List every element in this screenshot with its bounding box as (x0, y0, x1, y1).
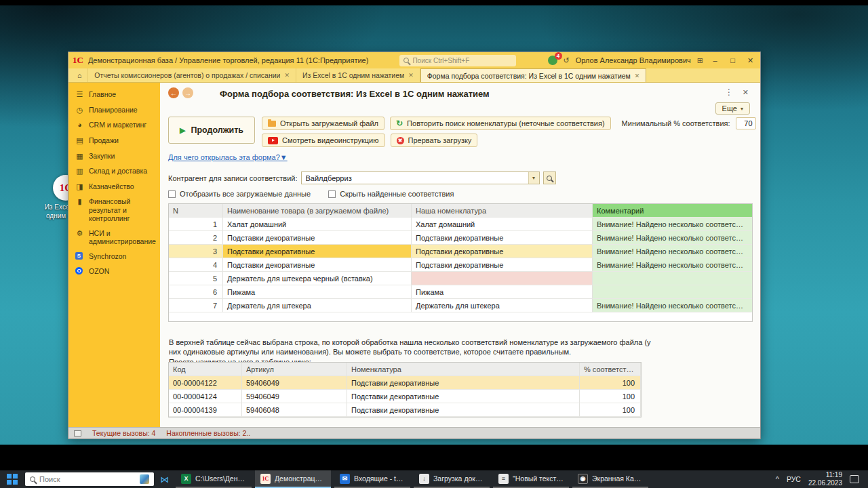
sidebar-item-finance[interactable]: ▮Финансовый результат и контроллинг (68, 194, 160, 225)
cell-comment (593, 272, 752, 285)
abort-load-button[interactable]: Прервать загрузку (391, 134, 478, 147)
checkbox-show-all[interactable]: Отобразить все загружаемые данные (168, 190, 311, 198)
window-minimize-button[interactable]: – (709, 56, 721, 64)
candidate-row[interactable]: 00-00004139 59406048 Подставки декоратив… (169, 403, 641, 417)
folder-icon (268, 121, 276, 127)
cell-comment: Внимание! Найдено несколько соответствий… (593, 218, 752, 231)
sidebar-item-ozon[interactable]: OOZON (68, 264, 160, 279)
more-button-label: Еще (722, 104, 737, 113)
sidebar-item-label: Главное (89, 90, 116, 98)
table-row[interactable]: 4 Подставки декоративные Подставки декор… (169, 258, 752, 272)
start-button[interactable] (3, 470, 22, 488)
sidebar-item-purchases[interactable]: ▦Закупки (68, 148, 160, 164)
column-header-nomenclature[interactable]: Номенклатура (347, 363, 580, 376)
cell-article: 59406048 (242, 403, 347, 417)
form-close-icon[interactable]: ✕ (743, 88, 749, 97)
column-header-comment[interactable]: Комментарий (593, 204, 752, 218)
sidebar-item-label: Закупки (89, 152, 115, 160)
sidebar-item-treasury[interactable]: ◨Казначейство (68, 179, 160, 195)
sidebar-item-admin[interactable]: ⚙НСИ и администрирование (68, 226, 160, 249)
window-close-button[interactable]: ✕ (745, 56, 756, 65)
min-match-input[interactable] (736, 117, 756, 129)
home-icon: ⌂ (77, 71, 81, 79)
column-header-code[interactable]: Код (169, 363, 242, 376)
open-file-button[interactable]: Открыть загружаемый файл (262, 117, 384, 130)
sidebar-item-label: Казначейство (89, 182, 134, 190)
sidebar-item-label: CRM и маркетинг (89, 121, 146, 129)
table-row[interactable]: 5 Держатель для штекера черный (вставка) (169, 272, 752, 285)
global-search-field[interactable]: Поиск Ctrl+Shift+F (399, 55, 516, 66)
checkbox-hide-found[interactable]: Скрыть найденные соответствия (328, 190, 454, 198)
sidebar-item-warehouse[interactable]: ▥Склад и доставка (68, 163, 160, 179)
tiles-icon[interactable]: ⊞ (697, 56, 703, 65)
column-header-nomenclature[interactable]: Наша номенклатура (412, 204, 593, 218)
candidate-row[interactable]: 00-00004124 59406049 Подставки декоратив… (169, 390, 641, 403)
window-titlebar[interactable]: 1С Демонстрационная база / Управление то… (68, 52, 760, 68)
tab-reports[interactable]: Отчеты комиссионеров (агентов) о продажа… (88, 68, 296, 82)
notifications-icon[interactable]: 4 (548, 56, 557, 65)
cell-percent: 100 (580, 403, 641, 417)
sidebar-item-label: Продажи (89, 136, 119, 144)
table-row[interactable]: 2 Подставки декоративные Подставки декор… (169, 231, 752, 245)
language-indicator[interactable]: РУС (787, 475, 801, 483)
tab-home[interactable]: ⌂ (71, 68, 88, 82)
sidebar-item-sales[interactable]: ▤Продажи (68, 133, 160, 148)
candidate-row-selected[interactable]: 00-00004122 59406049 Подставки декоратив… (169, 376, 641, 390)
column-header-name[interactable]: Наименование товара (в загружаемом файле… (223, 204, 412, 218)
cell-nomenclature: Подставки декоративные (347, 390, 580, 403)
table-row[interactable]: 1 Халат домашний Халат домашний Внимание… (169, 218, 752, 231)
purchases-icon: ▦ (75, 152, 84, 161)
history-icon[interactable]: ↺ (564, 56, 570, 65)
taskbar-button-1c[interactable]: 1С Демонстрационна... (255, 470, 331, 488)
counterparty-open-button[interactable] (543, 171, 556, 184)
tab-close-icon[interactable]: ✕ (408, 72, 414, 79)
taskbar-button-label: Загрузка докумен... (433, 474, 484, 483)
cell-n: 6 (169, 285, 223, 299)
crm-icon: ◕ (75, 121, 84, 129)
sidebar-item-crm[interactable]: ◕CRM и маркетинг (68, 117, 160, 133)
bluetooth-icon[interactable]: ⋈ (157, 474, 172, 485)
current-user[interactable]: Орлов Александр Владимирович (576, 56, 691, 64)
table-row[interactable]: 7 Держатель для штекера Держатель для шт… (169, 299, 752, 312)
taskbar-search-input[interactable] (39, 475, 136, 483)
taskbar-button-camera[interactable]: ◉ Экранная Камера (572, 470, 648, 488)
tray-expand-icon[interactable]: ^ (776, 475, 779, 483)
repeat-search-button[interactable]: ↻ Повторить поиск номенклатуры (неточные… (390, 117, 611, 130)
video-instruction-button[interactable]: Смотреть видеоинструкцию (262, 134, 385, 147)
table-row-selected[interactable]: 3 Подставки декоративные Подставки декор… (169, 245, 752, 258)
more-button[interactable]: Еще ▾ (715, 102, 750, 115)
counterparty-dropdown-button[interactable]: ▾ (528, 172, 539, 184)
taskbar-button-textfile[interactable]: ≡ "Новый текстовый... (493, 470, 569, 488)
sidebar-item-main[interactable]: ☰Главное (68, 87, 160, 102)
table-row[interactable]: 6 Пижама Пижама (169, 285, 752, 299)
continue-button-label: Продолжить (191, 125, 243, 135)
cell-name: Халат домашний (223, 218, 412, 231)
taskbar-button-download[interactable]: ↓ Загрузка докумен... (414, 470, 490, 488)
cell-name: Держатель для штекера (223, 299, 412, 312)
back-button[interactable]: ← (168, 87, 179, 98)
tab-close-icon[interactable]: ✕ (635, 73, 640, 79)
chevron-down-icon: ▾ (532, 175, 535, 181)
column-header-article[interactable]: Артикул (242, 363, 347, 376)
checkbox-box (328, 190, 336, 198)
forward-button[interactable]: → (182, 87, 193, 98)
tab-close-icon[interactable]: ✕ (284, 72, 290, 79)
taskbar-search[interactable] (25, 472, 154, 486)
counterparty-input[interactable] (302, 174, 528, 182)
column-header-n[interactable]: N (169, 204, 223, 218)
taskbar-button-mail[interactable]: ✉ Входящие - tech@... (334, 470, 410, 488)
taskbar-clock[interactable]: 11:19 22.06.2023 (808, 471, 842, 487)
action-center-icon[interactable] (850, 475, 859, 483)
continue-button[interactable]: ▶ Продолжить (168, 117, 255, 144)
search-highlight-icon[interactable] (140, 474, 149, 484)
sidebar-item-synchrozon[interactable]: SSynchrozon (68, 249, 160, 264)
taskbar-button-excel[interactable]: X C:\Users\Денис\De... (176, 470, 252, 488)
notepad-icon: ≡ (498, 474, 509, 484)
window-maximize-button[interactable]: □ (727, 56, 738, 64)
column-header-percent[interactable]: % соответствия (580, 363, 641, 376)
sidebar-item-planning[interactable]: ◷Планирование (68, 102, 160, 118)
form-menu-icon[interactable]: ⋮ (725, 87, 733, 97)
tab-excel-load[interactable]: Из Excel в 1С одним нажатием ✕ (296, 68, 420, 82)
tab-match-form[interactable]: Форма подбора соответствия: Из Excel в 1… (420, 68, 647, 82)
why-form-opened-link[interactable]: Для чего открылась эта форма?▼ (168, 153, 288, 161)
